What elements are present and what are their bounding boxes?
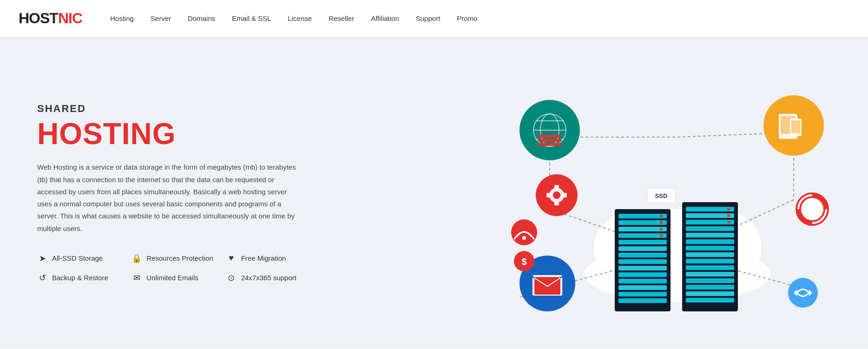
svg-text:SSD: SSD	[655, 192, 668, 199]
feature-icon-emails: ✉	[132, 273, 142, 283]
svg-rect-41	[686, 259, 734, 263]
nav-item-affiliation: Affiliation	[371, 14, 399, 23]
svg-rect-26	[618, 292, 667, 296]
feature-resources: 🔒Resources Protection	[132, 253, 221, 263]
feature-label-ssd: All-SSD Storage	[52, 254, 103, 262]
svg-rect-59	[538, 135, 561, 138]
nav-link-email-ssl[interactable]: Email & SSL	[232, 14, 271, 22]
svg-rect-44	[686, 278, 734, 283]
feature-icon-migration: ♥	[226, 253, 237, 263]
nav-item-license: License	[288, 14, 312, 23]
svg-rect-21	[618, 259, 667, 264]
hero-description: Web Hosting is a service or data storage…	[37, 161, 297, 235]
svg-rect-18	[618, 240, 667, 244]
feature-label-migration: Free Migration	[241, 254, 286, 262]
svg-rect-14	[618, 214, 667, 218]
nav-link-domains[interactable]: Domains	[188, 14, 215, 22]
svg-rect-38	[686, 239, 734, 244]
svg-point-30	[660, 228, 663, 230]
svg-rect-24	[618, 279, 667, 283]
feature-label-support: 24x7x365 support	[241, 274, 296, 282]
svg-rect-23	[618, 272, 667, 277]
nav-link-server[interactable]: Server	[151, 14, 171, 22]
feature-ssd: ➤All-SSD Storage	[37, 253, 127, 263]
nav-item-email-ssl: Email & SSL	[232, 14, 271, 23]
feature-icon-support: ⊙	[226, 273, 237, 283]
nav-link-license[interactable]: License	[288, 14, 312, 22]
svg-rect-40	[686, 252, 734, 257]
svg-point-50	[727, 221, 730, 224]
nav-link-promo[interactable]: Promo	[457, 14, 477, 22]
nav-item-server: Server	[151, 14, 171, 23]
svg-rect-35	[686, 220, 734, 224]
svg-rect-42	[686, 265, 734, 270]
svg-rect-61	[538, 143, 561, 146]
navbar: HOSTNIC HostingServerDomainsEmail & SSLL…	[0, 0, 868, 37]
features-grid: ➤All-SSD Storage🔒Resources Protection♥Fr…	[37, 253, 316, 283]
feature-icon-ssd: ➤	[37, 253, 47, 263]
feature-label-resources: Resources Protection	[146, 254, 213, 262]
svg-rect-15	[618, 220, 667, 225]
nav-item-reseller: Reseller	[329, 14, 354, 23]
svg-rect-67	[546, 193, 551, 198]
logo-nic: NIC	[58, 10, 82, 27]
svg-rect-60	[538, 139, 561, 142]
svg-rect-80	[791, 120, 800, 133]
nav-link-hosting[interactable]: Hosting	[110, 14, 134, 22]
nav-item-hosting: Hosting	[110, 14, 134, 23]
svg-rect-46	[686, 291, 734, 296]
svg-point-70	[522, 236, 526, 240]
hero-subtitle: SHARED	[37, 103, 316, 115]
svg-point-31	[660, 234, 663, 237]
svg-rect-17	[618, 233, 667, 238]
svg-rect-68	[562, 193, 567, 198]
svg-rect-34	[686, 213, 734, 218]
feature-label-emails: Unlimited Emails	[146, 274, 198, 282]
hero-content: SHARED HOSTING Web Hosting is a service …	[37, 103, 316, 283]
nav-link-reseller[interactable]: Reseller	[329, 14, 354, 22]
svg-point-48	[727, 208, 730, 211]
svg-point-49	[727, 214, 730, 217]
svg-rect-16	[618, 227, 667, 231]
nav-links: HostingServerDomainsEmail & SSLLicenseRe…	[110, 14, 478, 23]
svg-rect-39	[686, 246, 734, 250]
nav-item-domains: Domains	[188, 14, 215, 23]
svg-rect-65	[554, 185, 559, 190]
feature-icon-backup: ↺	[37, 273, 47, 283]
nav-link-affiliation[interactable]: Affiliation	[371, 14, 399, 22]
feature-icon-resources: 🔒	[132, 253, 142, 263]
svg-rect-45	[686, 285, 734, 290]
feature-support: ⊙24x7x365 support	[226, 273, 316, 283]
svg-point-84	[788, 278, 818, 308]
svg-rect-43	[686, 272, 734, 277]
svg-point-29	[660, 221, 663, 224]
hero-section: SHARED HOSTING Web Hosting is a service …	[0, 37, 868, 349]
nav-item-support: Support	[416, 14, 441, 23]
svg-rect-25	[618, 285, 667, 290]
svg-rect-20	[618, 253, 667, 257]
svg-line-7	[733, 200, 794, 228]
svg-rect-27	[618, 298, 667, 303]
svg-rect-19	[618, 246, 667, 251]
logo[interactable]: HOSTNIC	[19, 10, 82, 27]
svg-rect-33	[686, 207, 734, 211]
server-illustration: SSD	[478, 65, 831, 321]
feature-emails: ✉Unlimited Emails	[132, 273, 221, 283]
svg-rect-22	[618, 266, 667, 270]
svg-rect-37	[686, 233, 734, 237]
feature-backup: ↺Backup & Restore	[37, 273, 127, 283]
logo-host: HOST	[19, 10, 58, 27]
feature-label-backup: Backup & Restore	[52, 274, 108, 282]
hero-title: HOSTING	[37, 117, 316, 151]
svg-point-64	[553, 191, 560, 199]
svg-rect-66	[554, 201, 559, 205]
nav-item-promo: Promo	[457, 14, 477, 23]
svg-rect-36	[686, 226, 734, 231]
svg-point-28	[660, 215, 663, 217]
nav-link-support[interactable]: Support	[416, 14, 441, 22]
svg-text:$: $	[521, 257, 526, 267]
svg-point-3	[585, 246, 770, 302]
hero-illustration: SSD	[316, 65, 831, 321]
svg-rect-47	[686, 298, 734, 303]
feature-migration: ♥Free Migration	[226, 253, 316, 263]
